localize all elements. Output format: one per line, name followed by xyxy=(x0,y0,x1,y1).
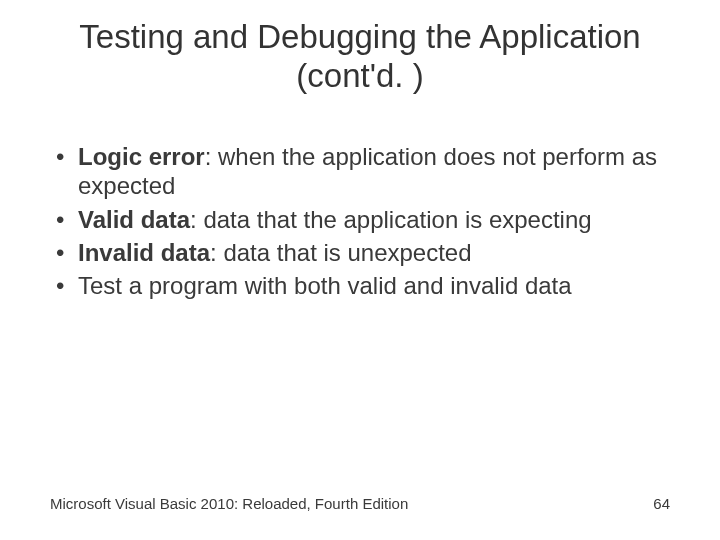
slide-content: Logic error: when the application does n… xyxy=(50,142,670,304)
term: Invalid data xyxy=(78,239,210,266)
bullet-item: Test a program with both valid and inval… xyxy=(50,271,670,300)
bullet-text: : data that is unexpected xyxy=(210,239,472,266)
bullet-list: Logic error: when the application does n… xyxy=(50,142,670,300)
bullet-item: Logic error: when the application does n… xyxy=(50,142,670,201)
page-number: 64 xyxy=(653,495,670,512)
bullet-text: : data that the application is expecting xyxy=(190,206,592,233)
bullet-text: Test a program with both valid and inval… xyxy=(78,272,572,299)
footer-source: Microsoft Visual Basic 2010: Reloaded, F… xyxy=(50,495,408,512)
slide-title: Testing and Debugging the Application (c… xyxy=(38,18,682,96)
bullet-item: Invalid data: data that is unexpected xyxy=(50,238,670,267)
slide: Testing and Debugging the Application (c… xyxy=(0,0,720,540)
term: Logic error xyxy=(78,143,205,170)
term: Valid data xyxy=(78,206,190,233)
bullet-item: Valid data: data that the application is… xyxy=(50,205,670,234)
